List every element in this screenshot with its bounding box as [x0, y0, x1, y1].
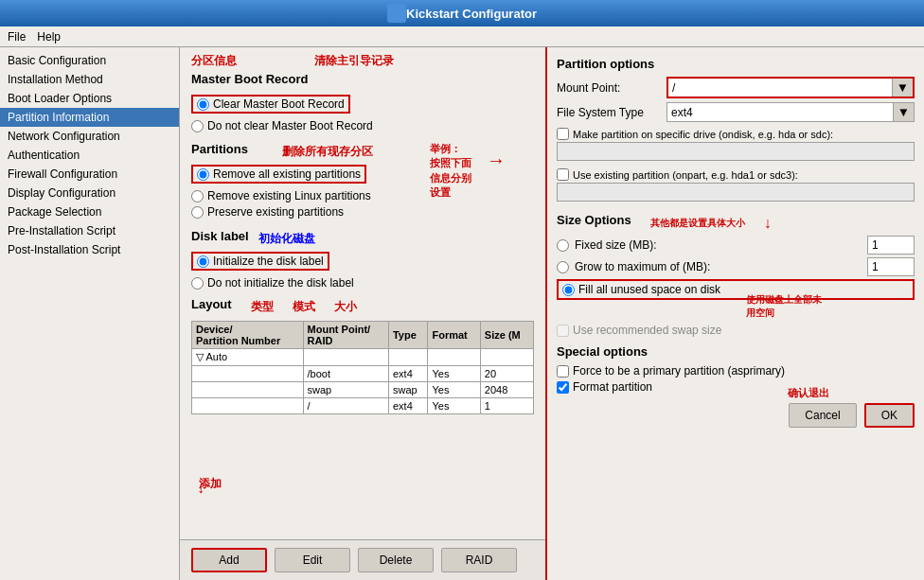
layout-section: Layout 类型 模式 大小 Device/Partition Number … — [191, 297, 534, 414]
preserve-label: Preserve existing partitions — [207, 205, 344, 219]
example-arrow: → — [487, 149, 506, 171]
annot-add-arrow: ↓ — [197, 480, 204, 497]
clear-mbr-radio[interactable] — [197, 98, 209, 111]
sidebar-item-post-install[interactable]: Post-Installation Script — [0, 240, 179, 259]
specific-drive-checkbox-group: Make partition on specific drive (ondisk… — [557, 128, 915, 140]
sidebar: Basic Configuration Installation Method … — [0, 47, 180, 580]
col-mount: Mount Point/RAID — [303, 322, 388, 349]
fixed-size-label: Fixed size (MB): — [575, 238, 862, 252]
annot-fill: 使用磁盘上全部未 用空间 — [746, 293, 822, 320]
col-device: Device/Partition Number — [192, 322, 304, 349]
mount-point-input[interactable] — [668, 79, 892, 97]
preserve-radio[interactable] — [191, 206, 204, 219]
specific-drive-checkbox[interactable] — [557, 128, 569, 140]
preserve-option[interactable]: Preserve existing partitions — [191, 205, 373, 219]
table-row[interactable]: swap swap Yes 2048 — [192, 382, 534, 398]
grow-max-input[interactable] — [867, 257, 915, 276]
special-options-section: Special options Force to be a primary pa… — [557, 344, 915, 394]
no-clear-mbr-label: Do not clear Master Boot Record — [207, 119, 373, 132]
ok-button[interactable]: OK — [864, 403, 915, 428]
cell-mount: / — [303, 398, 388, 414]
table-row[interactable]: ▽ Auto — [192, 349, 534, 366]
clear-mbr-option[interactable]: Clear Master Boot Record — [191, 95, 350, 114]
fixed-size-row: Fixed size (MB): — [557, 236, 915, 255]
size-options-title: Size Options — [557, 213, 631, 227]
format-partition-row: Format partition — [557, 380, 915, 394]
sidebar-item-display-config[interactable]: Display Configuration — [0, 184, 179, 202]
fixed-size-radio[interactable] — [557, 239, 569, 252]
remove-linux-radio[interactable] — [191, 190, 204, 202]
no-init-label-radio[interactable] — [191, 277, 204, 290]
table-row[interactable]: / ext4 Yes 1 — [192, 398, 534, 414]
remove-all-option[interactable]: Remove all existing partitions — [191, 165, 366, 184]
cell-mount: /boot — [303, 366, 388, 382]
annot-other-size-arrow: ↓ — [764, 215, 772, 232]
cell-device — [192, 366, 304, 382]
table-row[interactable]: /boot ext4 Yes 20 — [192, 366, 534, 382]
raid-button[interactable]: RAID — [441, 548, 517, 572]
partitions-section: Partitions 删除所有现存分区 Remove all existing … — [191, 142, 534, 221]
existing-partition-checkbox[interactable] — [557, 168, 569, 181]
menu-help[interactable]: Help — [37, 30, 61, 44]
annot-other-size: 其他都是设置具体大小 — [650, 217, 745, 230]
file-system-label: File System Type — [557, 106, 661, 119]
sidebar-item-network-config[interactable]: Network Configuration — [0, 127, 179, 146]
sidebar-item-package-selection[interactable]: Package Selection — [0, 202, 179, 221]
remove-linux-option[interactable]: Remove existing Linux partitions — [191, 189, 373, 202]
clear-mbr-label: Clear Master Boot Record — [213, 97, 345, 111]
swap-size-checkbox[interactable] — [557, 325, 569, 337]
annot-partition-info: 分区信息 — [191, 53, 237, 69]
annot-clear-mbr: 清除主引导记录 — [314, 53, 394, 69]
no-clear-mbr-radio[interactable] — [191, 120, 204, 132]
content-wrapper: Basic Configuration Installation Method … — [0, 47, 924, 580]
cell-size: 1 — [480, 398, 533, 414]
sidebar-item-installation-method[interactable]: Installation Method — [0, 70, 179, 89]
cell-size: 2048 — [480, 382, 533, 398]
cancel-button[interactable]: Cancel — [789, 403, 856, 428]
delete-button[interactable]: Delete — [358, 548, 434, 572]
col-size: Size (M — [480, 322, 533, 349]
existing-partition-input[interactable] — [557, 183, 915, 202]
sidebar-item-authentication[interactable]: Authentication — [0, 146, 179, 165]
mount-point-row: Mount Point: ▼ — [557, 77, 915, 98]
primary-partition-checkbox[interactable] — [557, 365, 569, 378]
annot-type: 类型 — [251, 299, 274, 315]
annot-size: 大小 — [334, 299, 357, 315]
init-label-radio[interactable] — [197, 255, 209, 268]
grow-max-radio[interactable] — [557, 261, 569, 273]
format-partition-checkbox[interactable] — [557, 381, 569, 394]
no-clear-mbr-option[interactable]: Do not clear Master Boot Record — [191, 119, 534, 132]
existing-partition-checkbox-group: Use existing partition (onpart, e.g. hda… — [557, 168, 915, 181]
fixed-size-input[interactable] — [867, 236, 915, 255]
sidebar-item-basic-config[interactable]: Basic Configuration — [0, 51, 179, 70]
cell-format: Yes — [428, 398, 480, 414]
annot-confirm-exit: 确认退出 — [788, 386, 829, 400]
no-init-label-option[interactable]: Do not initialize the disk label — [191, 276, 534, 290]
file-system-value: ext4 — [667, 104, 893, 121]
sidebar-item-boot-loader[interactable]: Boot Loader Options — [0, 89, 179, 108]
col-format: Format — [428, 322, 480, 349]
init-label-option[interactable]: Initialize the disk label — [191, 252, 329, 271]
right-panel-title: Partition options — [557, 57, 915, 71]
menu-file[interactable]: File — [8, 30, 26, 44]
add-button[interactable]: Add — [191, 548, 267, 572]
mount-point-dropdown[interactable]: ▼ — [892, 79, 913, 97]
specific-drive-label: Make partition on specific drive (ondisk… — [573, 129, 833, 140]
sidebar-item-pre-install[interactable]: Pre-Installation Script — [0, 221, 179, 240]
annot-remove-partitions: 删除所有现存分区 — [282, 144, 373, 160]
specific-drive-input[interactable] — [557, 142, 915, 161]
annot-mode: 模式 — [293, 299, 315, 315]
edit-button[interactable]: Edit — [275, 548, 350, 572]
cell-mount — [303, 349, 388, 366]
bottom-buttons: Add Edit Delete RAID — [180, 539, 545, 580]
fill-annotation-container: 使用磁盘上全部未 用空间 — [746, 293, 915, 320]
sidebar-item-firewall-config[interactable]: Firewall Configuration — [0, 165, 179, 184]
remove-all-label: Remove all existing partitions — [213, 167, 361, 181]
sidebar-item-partition-info[interactable]: Partition Information — [0, 108, 179, 127]
format-partition-label: Format partition — [573, 380, 652, 394]
remove-linux-label: Remove existing Linux partitions — [207, 189, 371, 202]
cell-size: 20 — [480, 366, 533, 382]
remove-all-radio[interactable] — [197, 168, 209, 181]
file-system-dropdown[interactable]: ▼ — [893, 103, 914, 121]
fill-radio[interactable] — [562, 284, 575, 296]
